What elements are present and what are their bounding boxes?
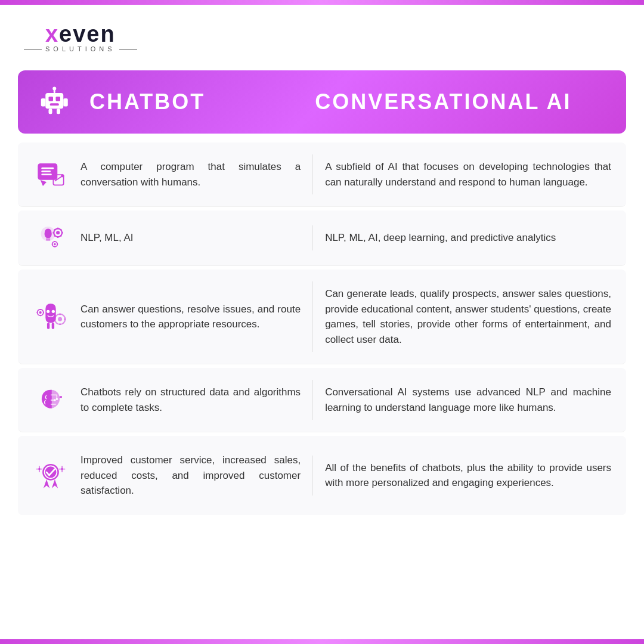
ai-head-icon [35,301,66,332]
technologies-ai-text: NLP, ML, AI, deep learning, and predicti… [312,225,617,250]
svg-line-30 [54,236,55,237]
svg-point-38 [52,310,55,313]
svg-marker-14 [41,179,47,185]
header-titles: CHATBOT CONVERSATIONAL AI [89,89,608,114]
capabilities-ai-text: Can generate leads, qualify prospects, a… [312,281,617,352]
logo-x: x [45,21,59,47]
svg-rect-8 [49,109,52,114]
row-technologies: NLP, ML, AI NLP, ML, AI, deep learning, … [18,210,626,266]
technologies-chatbot-text: NLP, ML, AI [75,225,312,250]
logo-section: xeven SOLUTIONS [0,5,644,64]
definition-chatbot-text: A computer program that simulates a conv… [75,154,312,194]
data-ai-text: Conversational AI systems use advanced N… [312,380,617,420]
definition-ai-text: A subfield of AI that focuses on develop… [312,154,617,194]
svg-rect-1 [49,97,54,101]
data-icon-container [27,385,75,416]
svg-point-40 [39,311,42,314]
brain-data-icon [35,385,66,416]
svg-point-60 [60,396,62,398]
svg-point-37 [47,310,49,313]
robot-box-icon [39,84,75,120]
svg-rect-46 [52,323,54,329]
technologies-icon-container [27,222,75,253]
brain-tech-icon [35,222,66,253]
header-ai-title: CONVERSATIONAL AI [315,89,608,114]
svg-rect-3 [50,103,59,106]
bottom-gradient-bar [0,639,644,644]
capabilities-icon-container [27,301,75,332]
svg-line-29 [60,229,61,230]
svg-point-55 [56,398,58,400]
top-gradient-bar [0,0,644,5]
row-benefits: Improved customer service, increased sal… [18,436,626,515]
capabilities-chatbot-text: Can answer questions, resolve issues, an… [75,297,312,337]
svg-rect-12 [41,171,51,172]
header-icon [36,81,78,123]
svg-point-57 [54,399,55,401]
comparison-table: A computer program that simulates a conv… [18,143,626,515]
svg-rect-0 [45,93,63,109]
definition-icon-container [27,159,75,190]
svg-rect-9 [57,109,60,114]
row-data: Chatbots rely on structured data and alg… [18,368,626,432]
svg-point-5 [52,87,56,91]
row-definition: A computer program that simulates a conv… [18,143,626,207]
svg-rect-45 [47,323,49,329]
award-icon [35,460,66,491]
svg-rect-13 [41,174,51,175]
svg-rect-2 [56,97,61,101]
svg-rect-7 [63,98,68,107]
benefits-ai-text: All of the benefits of chatbots, plus th… [312,456,617,496]
svg-point-17 [61,174,64,177]
logo-wordmark: xeven [45,23,116,45]
svg-line-27 [54,229,55,230]
svg-point-48 [58,317,62,321]
svg-point-32 [54,243,55,245]
header-chatbot-title: CHATBOT [89,89,315,114]
logo-subtitle: SOLUTIONS [24,45,137,52]
data-chatbot-text: Chatbots rely on structured data and alg… [75,380,312,420]
chat-edit-icon [35,159,66,190]
logo: xeven SOLUTIONS [24,23,137,52]
logo-even: even [59,21,116,47]
row-capabilities: Can answer questions, resolve issues, an… [18,270,626,364]
benefits-chatbot-text: Improved customer service, increased sal… [75,448,312,503]
svg-rect-11 [41,167,54,169]
svg-line-28 [60,236,61,237]
svg-rect-6 [41,98,46,107]
svg-point-22 [56,231,60,234]
benefits-icon-container [27,460,75,491]
header-row: CHATBOT CONVERSATIONAL AI [18,70,626,134]
